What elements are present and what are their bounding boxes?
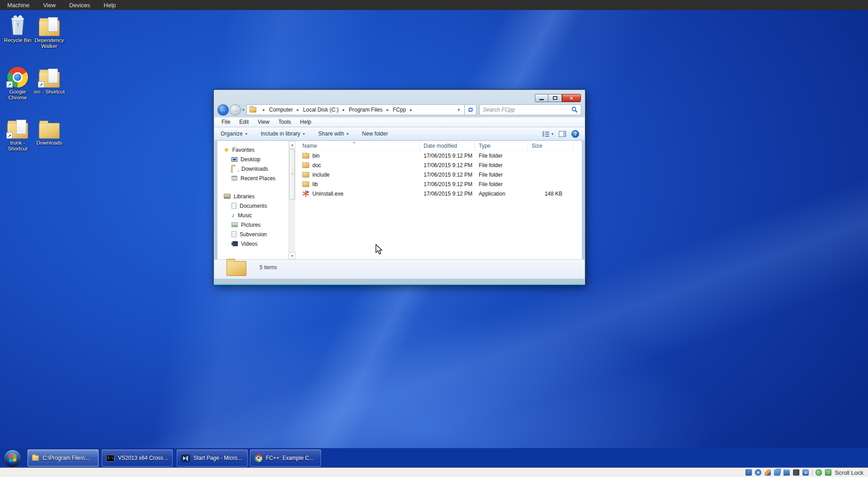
new-folder-button[interactable]: New folder bbox=[362, 131, 388, 137]
breadcrumb[interactable]: ▸ Computer ▸ Local Disk (C:) ▸ Program F… bbox=[246, 104, 464, 115]
nav-downloads[interactable]: ↓ Downloads bbox=[217, 164, 288, 173]
vm-menu-devices[interactable]: Devices bbox=[69, 2, 90, 9]
explorer-menubar: File Edit View Tools Help bbox=[214, 117, 585, 127]
nav-recent-places[interactable]: Recent Places bbox=[217, 173, 288, 183]
close-button[interactable]: × bbox=[562, 94, 581, 102]
visual-studio-icon bbox=[181, 454, 190, 462]
close-icon: × bbox=[570, 95, 573, 102]
nav-documents[interactable]: Documents bbox=[217, 201, 288, 210]
desktop-icon-src-shortcut[interactable]: ↗ src - Shortcut bbox=[32, 65, 67, 95]
menu-view[interactable]: View bbox=[253, 119, 274, 125]
vm-menu-view[interactable]: View bbox=[43, 2, 56, 9]
shortcut-arrow-icon: ↗ bbox=[6, 81, 13, 88]
caption-buttons: × bbox=[535, 94, 581, 102]
uninstaller-icon bbox=[302, 190, 309, 197]
desktop-icon-dependency-walker[interactable]: Dependency Walker bbox=[32, 14, 67, 49]
organize-button[interactable]: Organize ▾ bbox=[221, 131, 247, 137]
folder-icon bbox=[38, 116, 61, 139]
recent-places-icon bbox=[231, 176, 237, 181]
table-row[interactable]: bin 17/06/2015 9:12 PM File folder bbox=[299, 151, 582, 160]
breadcrumb-fcpp[interactable]: FCpp bbox=[392, 107, 407, 113]
search-input[interactable] bbox=[483, 107, 571, 113]
include-in-library-button[interactable]: Include in library ▾ bbox=[261, 131, 305, 137]
vbox-optical-disc-icon[interactable] bbox=[755, 469, 761, 476]
change-view-button[interactable]: ▾ bbox=[542, 131, 553, 137]
column-header-size[interactable]: Size bbox=[528, 141, 573, 151]
table-row[interactable]: lib 17/06/2015 9:12 PM File folder bbox=[299, 179, 582, 189]
table-row[interactable]: include 17/06/2015 9:12 PM File folder bbox=[299, 170, 582, 179]
vbox-recording-icon[interactable] bbox=[793, 469, 799, 476]
favorites-star-icon: ★ bbox=[224, 147, 229, 153]
menu-file[interactable]: File bbox=[217, 119, 235, 125]
column-header-name[interactable]: Name bbox=[299, 141, 420, 151]
scrollbar-thumb[interactable] bbox=[289, 149, 295, 200]
nav-pictures[interactable]: Pictures bbox=[217, 220, 288, 229]
folder-icon bbox=[302, 153, 309, 159]
refresh-button[interactable] bbox=[464, 104, 476, 115]
shortcut-arrow-icon: ↗ bbox=[38, 81, 44, 88]
vbox-audio-icon[interactable] bbox=[764, 469, 771, 476]
vbox-keyboard-capture-icon[interactable]: ↓ bbox=[825, 469, 831, 476]
desktop-icon-recycle-bin[interactable]: Recycle Bin bbox=[0, 14, 35, 43]
maximize-icon bbox=[553, 96, 557, 100]
help-button[interactable]: ? bbox=[571, 130, 579, 138]
menu-tools[interactable]: Tools bbox=[274, 119, 296, 125]
share-with-button[interactable]: Share with ▾ bbox=[318, 131, 349, 137]
address-dropdown-icon[interactable]: ▾ bbox=[456, 108, 462, 112]
taskbar-button-command-prompt[interactable]: C:\_ VS2013 x64 Cross ... bbox=[102, 449, 173, 467]
breadcrumb-computer[interactable]: Computer bbox=[268, 107, 294, 113]
nav-favorites[interactable]: ★ Favorites bbox=[217, 145, 288, 154]
folder-shortcut-icon: ↗ bbox=[6, 116, 29, 139]
statusbar-divider bbox=[812, 469, 812, 476]
command-prompt-icon: C:\_ bbox=[106, 455, 114, 462]
desktop-icon-google-chrome[interactable]: ↗ Google Chrome bbox=[0, 65, 35, 101]
maximize-button[interactable] bbox=[548, 94, 562, 102]
details-pane: 5 items bbox=[214, 259, 585, 279]
desktop-icon-label: Recycle Bin bbox=[4, 37, 32, 43]
items-count: 5 items bbox=[259, 264, 277, 271]
taskbar-button-visual-studio[interactable]: Start Page - Micro... bbox=[177, 449, 248, 467]
navigation-scrollbar[interactable]: ▲ ▼ bbox=[288, 141, 295, 259]
windows-logo-icon bbox=[9, 454, 16, 462]
refresh-icon bbox=[467, 107, 474, 113]
column-header-type[interactable]: Type bbox=[475, 141, 528, 151]
breadcrumb-program-files[interactable]: Program Files bbox=[348, 107, 384, 113]
search-icon[interactable] bbox=[571, 107, 578, 113]
vbox-features-icon[interactable]: U bbox=[802, 469, 809, 476]
crumb-separator-icon: ▸ bbox=[387, 108, 389, 112]
vbox-network-icon[interactable] bbox=[774, 469, 780, 476]
menu-edit[interactable]: Edit bbox=[235, 119, 253, 125]
nav-videos[interactable]: Videos bbox=[217, 239, 288, 248]
history-dropdown-icon[interactable]: ▾ bbox=[242, 108, 245, 112]
nav-libraries[interactable]: Libraries bbox=[217, 192, 288, 201]
start-button[interactable] bbox=[4, 449, 21, 467]
vm-menu-machine[interactable]: Machine bbox=[7, 2, 29, 9]
nav-desktop[interactable]: Desktop bbox=[217, 154, 288, 164]
menu-help[interactable]: Help bbox=[296, 119, 316, 125]
vbox-harddisk-icon[interactable] bbox=[745, 469, 752, 476]
preview-pane-button[interactable] bbox=[559, 131, 566, 137]
back-button[interactable]: ← bbox=[217, 104, 229, 116]
vm-menu-help[interactable]: Help bbox=[104, 2, 116, 9]
table-row[interactable]: Uninstall.exe 17/06/2015 9:12 PM Applica… bbox=[299, 189, 582, 198]
table-row[interactable]: doc 17/06/2015 9:12 PM File folder bbox=[299, 160, 582, 170]
scroll-up-icon[interactable]: ▲ bbox=[289, 141, 296, 148]
vbox-mouse-integration-icon[interactable] bbox=[816, 469, 822, 476]
nav-music[interactable]: ♪ Music bbox=[217, 210, 288, 220]
minimize-button[interactable] bbox=[535, 94, 548, 102]
column-header-date-modified[interactable]: Date modified bbox=[420, 141, 475, 151]
music-note-icon: ♪ bbox=[231, 212, 235, 218]
command-bar: Organize ▾ Include in library ▾ Share wi… bbox=[214, 127, 585, 140]
vbox-shared-folders-icon[interactable] bbox=[783, 469, 790, 476]
desktop-icon-downloads[interactable]: Downloads bbox=[32, 116, 67, 146]
desktop-icon-trunk-shortcut[interactable]: ↗ trunk - Shortcut bbox=[0, 116, 35, 152]
nav-subversion[interactable]: Subversion bbox=[217, 229, 288, 239]
taskbar-button-chrome[interactable]: FC++: Example C... bbox=[250, 449, 321, 467]
shortcut-arrow-icon: ↗ bbox=[6, 132, 13, 139]
forward-button[interactable]: → bbox=[230, 104, 241, 116]
scroll-down-icon[interactable]: ▼ bbox=[289, 252, 296, 259]
taskbar-button-explorer[interactable]: C:\Program Files\... bbox=[28, 449, 99, 467]
folder-icon bbox=[302, 172, 309, 178]
chevron-down-icon: ▾ bbox=[245, 132, 247, 136]
breadcrumb-local-disk-c[interactable]: Local Disk (C:) bbox=[302, 107, 340, 113]
